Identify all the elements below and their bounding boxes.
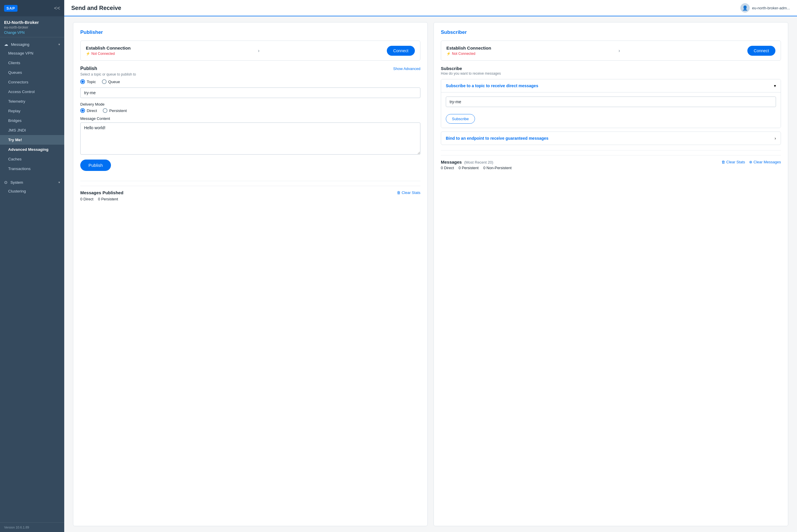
message-content-textarea[interactable]: Hello world! — [80, 122, 420, 155]
divider — [80, 181, 420, 181]
direct-accordion-header[interactable]: Subscribe to a topic to receive direct m… — [441, 79, 781, 93]
publisher-stats-row: 0 Direct 0 Persistent — [80, 197, 420, 201]
publish-section-header: Publish Show Advanced — [80, 66, 420, 71]
subscriber-clear-stats-button[interactable]: 🗑 Clear Stats — [721, 160, 745, 164]
guaranteed-accordion-chevron-icon: › — [775, 136, 776, 140]
messaging-nav-section: ☁ Messaging ▾ Message VPN Clients Queues… — [0, 37, 64, 175]
subscriber-connection-info: Establish Connection Not Connected — [446, 45, 491, 56]
trash-icon: 🗑 — [397, 190, 401, 195]
sidebar-item-replay[interactable]: Replay — [0, 106, 64, 116]
publisher-not-connected: Not Connected — [86, 52, 130, 56]
subscriber-non-persistent-count: 0 Non-Persistent — [483, 166, 511, 170]
sidebar-item-access-control[interactable]: Access Control — [0, 87, 64, 97]
messages-received-header: Messages (Most Recent 20) 🗑 Clear Stats … — [441, 159, 781, 165]
queue-radio-circle — [102, 79, 107, 84]
broker-sub: eu-north-broker — [4, 25, 60, 30]
queue-label: Queue — [108, 80, 120, 84]
subscriber-topic-input[interactable] — [446, 97, 776, 107]
topic-radio-option[interactable]: Topic — [80, 79, 96, 84]
sidebar-item-advanced-messaging[interactable]: Advanced Messaging — [0, 145, 64, 154]
broker-name: EU-North-Broker — [4, 20, 60, 25]
topic-label: Topic — [87, 80, 96, 84]
direct-radio-option[interactable]: Direct — [80, 108, 97, 113]
cloud-icon: ☁ — [4, 42, 8, 47]
subscribe-subtitle: How do you want to receive messages — [441, 72, 781, 76]
subscriber-connect-button[interactable]: Connect — [747, 46, 775, 56]
messages-published-header: Messages Published 🗑 Clear Stats — [80, 190, 420, 195]
subscriber-connection-chevron-icon: › — [618, 48, 620, 53]
message-content-label: Message Content — [80, 116, 420, 121]
topbar: Send and Receive 👤 eu-north-broker-adm..… — [64, 0, 797, 16]
sidebar-item-try-me[interactable]: Try Me! — [0, 135, 64, 145]
publisher-title: Publisher — [80, 30, 420, 35]
publisher-connect-button[interactable]: Connect — [387, 46, 415, 56]
sidebar-item-message-vpn[interactable]: Message VPN — [0, 49, 64, 58]
sidebar-item-caches[interactable]: Caches — [0, 154, 64, 164]
subscribe-button[interactable]: Subscribe — [446, 114, 475, 124]
broker-info: EU-North-Broker eu-north-broker Change V… — [0, 16, 64, 37]
sidebar-item-clustering[interactable]: Clustering — [0, 186, 64, 196]
topic-radio-circle — [80, 79, 85, 84]
publisher-connection-info: Establish Connection Not Connected — [86, 45, 130, 56]
messages-received-title: Messages (Most Recent 20) — [441, 159, 493, 165]
link-icon: ⊙ — [4, 180, 7, 185]
subscriber-connection-box: Establish Connection Not Connected › Con… — [441, 40, 781, 61]
direct-messages-accordion: Subscribe to a topic to receive direct m… — [441, 79, 781, 128]
x-circle-icon: ⊗ — [749, 160, 752, 164]
show-advanced-button[interactable]: Show Advanced — [393, 66, 420, 71]
user-label: eu-north-broker-adm... — [752, 6, 790, 10]
guaranteed-messages-accordion: Bind to an endpoint to receive guarantee… — [441, 132, 781, 145]
messaging-chevron-icon: ▾ — [58, 43, 60, 46]
publish-subtitle: Select a topic or queue to publish to — [80, 72, 420, 76]
messages-published-section: Messages Published 🗑 Clear Stats 0 Direc… — [80, 186, 420, 201]
publisher-connection-title: Establish Connection — [86, 45, 130, 51]
change-vpn-link[interactable]: Change VPN — [4, 31, 60, 35]
back-button[interactable]: << — [54, 5, 60, 12]
messages-received-section: Messages (Most Recent 20) 🗑 Clear Stats … — [441, 155, 781, 170]
sidebar-item-jms-jndi[interactable]: JMS JNDI — [0, 126, 64, 135]
sidebar-item-queues[interactable]: Queues — [0, 68, 64, 77]
clear-messages-button[interactable]: ⊗ Clear Messages — [749, 160, 781, 164]
sidebar-footer: Version 10.6.1.89 — [0, 522, 64, 532]
version-label: Version 10.6.1.89 — [4, 526, 29, 529]
subscriber-persistent-count: 0 Persistent — [459, 166, 479, 170]
publisher-panel: Publisher Establish Connection Not Conne… — [73, 22, 428, 526]
publish-button[interactable]: Publish — [80, 159, 111, 171]
sap-logo: SAP — [4, 5, 18, 12]
system-nav-section: ⊙ System ▾ Clustering — [0, 175, 64, 198]
publisher-clear-stats-button[interactable]: 🗑 Clear Stats — [397, 190, 420, 195]
content-area: Publisher Establish Connection Not Conne… — [64, 16, 797, 532]
sidebar-item-transactions[interactable]: Transactions — [0, 164, 64, 173]
subscriber-not-connected: Not Connected — [446, 52, 491, 56]
messages-published-title: Messages Published — [80, 190, 124, 195]
clear-actions: 🗑 Clear Stats ⊗ Clear Messages — [721, 160, 781, 164]
direct-accordion-body: Subscribe — [441, 93, 781, 128]
delivery-mode-label: Delivery Mode — [80, 102, 420, 107]
sidebar-item-connectors[interactable]: Connectors — [0, 77, 64, 87]
sidebar-header: SAP << — [0, 0, 64, 16]
system-section-header[interactable]: ⊙ System ▾ — [0, 177, 64, 186]
persistent-radio-circle — [103, 108, 107, 113]
subscriber-title: Subscriber — [441, 30, 781, 35]
persistent-radio-option[interactable]: Persistent — [103, 108, 127, 113]
sidebar-item-clients[interactable]: Clients — [0, 58, 64, 68]
delivery-mode-radio-group: Direct Persistent — [80, 108, 420, 113]
direct-radio-circle — [80, 108, 85, 113]
messaging-section-header[interactable]: ☁ Messaging ▾ — [0, 39, 64, 49]
messaging-nav-items: Message VPN Clients Queues Connectors Ac… — [0, 49, 64, 173]
subscriber-direct-count: 0 Direct — [441, 166, 454, 170]
subscribe-section: Subscribe How do you want to receive mes… — [441, 66, 781, 145]
sidebar-item-bridges[interactable]: Bridges — [0, 116, 64, 126]
user-area: 👤 eu-north-broker-adm... — [740, 3, 790, 13]
subscribe-title: Subscribe — [441, 66, 781, 71]
topic-input[interactable] — [80, 88, 420, 98]
guaranteed-accordion-header[interactable]: Bind to an endpoint to receive guarantee… — [441, 132, 781, 145]
persistent-label: Persistent — [109, 109, 127, 113]
subscriber-divider — [441, 150, 781, 151]
direct-label: Direct — [87, 109, 97, 113]
publisher-connection-box: Establish Connection Not Connected › Con… — [80, 40, 420, 61]
sidebar-item-telemetry[interactable]: Telemetry — [0, 97, 64, 106]
main-area: Send and Receive 👤 eu-north-broker-adm..… — [64, 0, 797, 532]
user-avatar-icon: 👤 — [740, 3, 750, 13]
queue-radio-option[interactable]: Queue — [102, 79, 120, 84]
